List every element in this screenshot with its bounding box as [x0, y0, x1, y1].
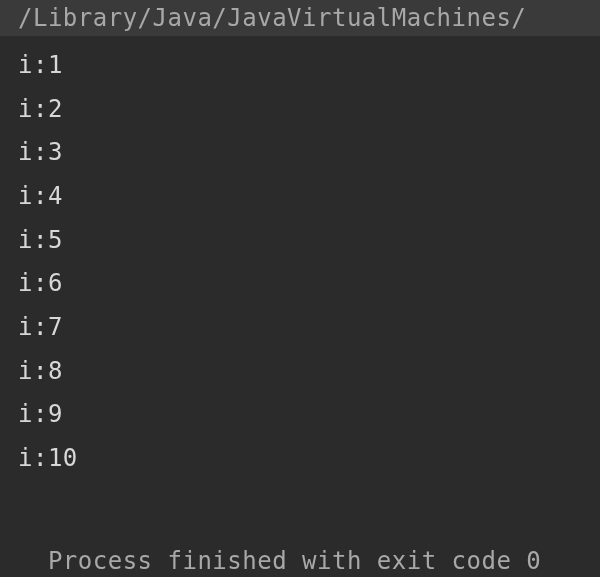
output-line: i:3	[18, 131, 600, 175]
process-status-text: Process finished with exit code 0	[48, 547, 541, 575]
execution-path-text: /Library/Java/JavaVirtualMachines/	[18, 4, 526, 32]
output-line: i:9	[18, 393, 600, 437]
output-line: i:10	[18, 437, 600, 481]
output-line: i:1	[18, 44, 600, 88]
console-output-area: i:1 i:2 i:3 i:4 i:5 i:6 i:7 i:8 i:9 i:10	[0, 36, 600, 481]
output-line: i:4	[18, 175, 600, 219]
output-line: i:7	[18, 306, 600, 350]
execution-path-header: /Library/Java/JavaVirtualMachines/	[0, 0, 600, 36]
output-line: i:8	[18, 350, 600, 394]
output-line: i:2	[18, 88, 600, 132]
process-status: Process finished with exit code 0	[0, 519, 600, 575]
output-line: i:5	[18, 219, 600, 263]
output-line: i:6	[18, 262, 600, 306]
